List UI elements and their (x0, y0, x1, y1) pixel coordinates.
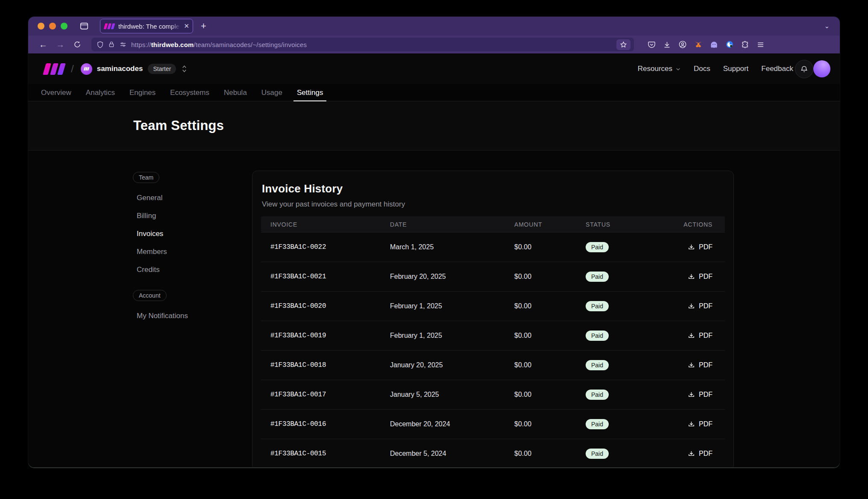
column-header: AMOUNT (505, 221, 576, 228)
team-avatar[interactable] (81, 63, 92, 75)
status-badge: Paid (586, 419, 609, 429)
page-title-band: Team Settings (28, 101, 840, 151)
header-link[interactable]: Resources (638, 65, 681, 73)
status-cell: Paid (576, 272, 666, 282)
table-header: INVOICEDATEAMOUNTSTATUSACTIONS (261, 216, 725, 232)
reload-button[interactable] (70, 38, 85, 51)
nav-tab[interactable]: Usage (261, 84, 282, 101)
invoice-date: February 1, 2025 (381, 332, 505, 340)
team-switcher-icon[interactable] (181, 65, 188, 73)
phantom-icon[interactable] (710, 41, 718, 49)
status-badge: Paid (586, 331, 609, 341)
bookmark-star-icon[interactable] (616, 39, 630, 50)
nav-tab[interactable]: Settings (297, 84, 323, 101)
nav-tab[interactable]: Analytics (86, 84, 115, 101)
forward-button[interactable]: → (53, 38, 67, 51)
table-row: #1F33BA1C-0020 February 1, 2025 $0.00 Pa… (261, 291, 725, 321)
notifications-bell-icon[interactable] (795, 60, 813, 78)
pdf-label: PDF (699, 391, 713, 399)
invoice-date: March 1, 2025 (381, 243, 505, 251)
lock-icon[interactable] (108, 41, 115, 48)
column-header: INVOICE (261, 221, 381, 228)
sidebar-entry[interactable]: Account (133, 290, 167, 301)
download-pdf-button[interactable]: PDF (666, 302, 725, 310)
browser-tab[interactable]: thirdweb: The complete web3 d ✕ (100, 19, 193, 33)
header-link[interactable]: Feedback (761, 65, 793, 73)
menu-icon[interactable] (757, 41, 765, 48)
status-cell: Paid (576, 331, 666, 341)
download-pdf-button[interactable]: PDF (666, 450, 725, 458)
firefox-view-icon[interactable] (79, 21, 89, 31)
column-header: STATUS (576, 221, 666, 228)
nav-tab[interactable]: Engines (129, 84, 155, 101)
pdf-label: PDF (699, 361, 713, 369)
minimize-window-button[interactable] (49, 23, 56, 30)
download-pdf-button[interactable]: PDF (666, 391, 725, 399)
pdf-label: PDF (699, 243, 713, 251)
url-text[interactable]: https://thirdweb.com/team/saminacodes/~/… (131, 41, 612, 48)
sidebar-entry[interactable]: Members (133, 243, 252, 261)
tab-title: thirdweb: The complete web3 d (118, 23, 180, 30)
invoice-amount: $0.00 (505, 273, 576, 281)
status-cell: Paid (576, 301, 666, 311)
invoice-number: #1F33BA1C-0016 (261, 420, 381, 428)
team-name[interactable]: saminacodes (97, 65, 143, 73)
header-link[interactable]: Support (723, 65, 749, 73)
new-tab-button[interactable]: + (201, 21, 206, 32)
url-bar[interactable]: https://thirdweb.com/team/saminacodes/~/… (91, 38, 634, 51)
status-badge: Paid (586, 242, 609, 252)
download-icon (688, 391, 695, 399)
invoice-date: December 20, 2024 (381, 420, 505, 428)
downloads-icon[interactable] (663, 41, 671, 49)
pdf-label: PDF (699, 420, 713, 428)
breadcrumb-divider: / (71, 63, 74, 75)
card-title: Invoice History (262, 182, 723, 195)
pocket-icon[interactable] (648, 41, 656, 49)
card-header: Invoice History View your past invoices … (252, 171, 733, 209)
nav-tab[interactable]: Nebula (224, 84, 247, 101)
download-icon (688, 332, 695, 340)
sidebar-entry[interactable]: Team (133, 172, 159, 183)
invoice-date: January 5, 2025 (381, 391, 505, 399)
pdf-label: PDF (699, 332, 713, 340)
header-links: Resources Docs Support (638, 65, 793, 73)
user-avatar[interactable] (813, 60, 830, 77)
sidebar-entry[interactable]: Invoices (133, 225, 252, 243)
sidebar-entry[interactable]: Credits (133, 261, 252, 279)
download-pdf-button[interactable]: PDF (666, 420, 725, 428)
status-badge: Paid (586, 301, 609, 311)
status-cell: Paid (576, 390, 666, 400)
extensions-icon[interactable] (741, 41, 749, 49)
metamask-icon[interactable] (694, 41, 703, 49)
download-pdf-button[interactable]: PDF (666, 243, 725, 251)
close-tab-icon[interactable]: ✕ (184, 22, 189, 30)
table-body: #1F33BA1C-0022 March 1, 2025 $0.00 Paid (261, 232, 725, 467)
timer-icon[interactable] (725, 40, 734, 49)
pdf-label: PDF (699, 450, 713, 458)
status-badge: Paid (586, 272, 609, 282)
invoice-amount: $0.00 (505, 420, 576, 428)
sidebar-entry[interactable]: General (133, 189, 252, 207)
zoom-window-button[interactable] (61, 23, 67, 30)
account-icon[interactable] (678, 40, 687, 49)
tracking-shield-icon[interactable] (97, 41, 104, 48)
sidebar-entry[interactable]: My Notifications (133, 307, 252, 325)
table-row: #1F33BA1C-0022 March 1, 2025 $0.00 Paid (261, 232, 725, 262)
permissions-icon[interactable] (119, 41, 127, 48)
thirdweb-logo[interactable] (44, 63, 64, 75)
download-icon (688, 244, 695, 251)
invoice-amount: $0.00 (505, 332, 576, 340)
download-pdf-button[interactable]: PDF (666, 273, 725, 281)
download-pdf-button[interactable]: PDF (666, 361, 725, 369)
nav-tab[interactable]: Overview (41, 84, 71, 101)
column-header: DATE (381, 221, 505, 228)
invoice-amount: $0.00 (505, 243, 576, 251)
back-button[interactable]: ← (36, 38, 50, 51)
header-link[interactable]: Docs (694, 65, 710, 73)
status-cell: Paid (576, 242, 666, 252)
nav-tab[interactable]: Ecosystems (170, 84, 209, 101)
sidebar-entry[interactable]: Billing (133, 207, 252, 225)
download-pdf-button[interactable]: PDF (666, 332, 725, 340)
close-window-button[interactable] (38, 23, 44, 30)
list-tabs-chevron-icon[interactable]: ⌄ (824, 22, 830, 30)
